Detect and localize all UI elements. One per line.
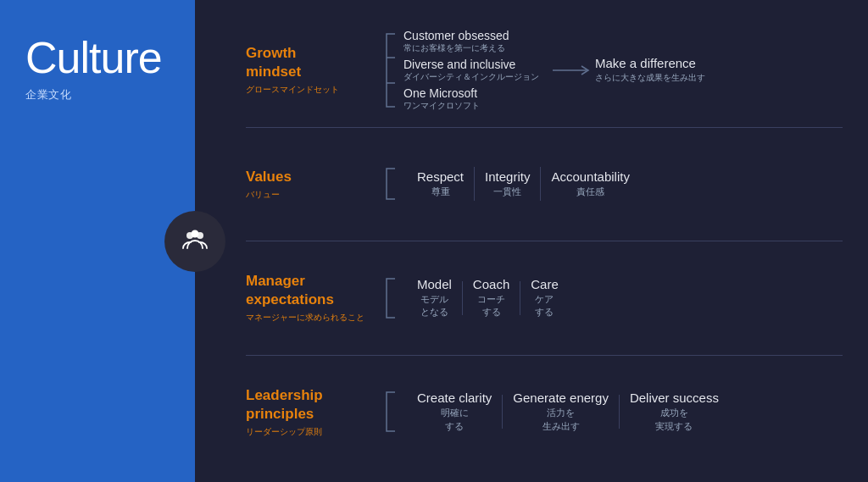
culture-icon-circle (164, 211, 225, 272)
sidebar: Culture 企業文化 (0, 0, 195, 482)
leadership-item-success: Deliver success 成功を 実現する (620, 391, 729, 433)
svg-point-2 (192, 230, 199, 237)
growth-item-diverse: Diverse and inclusive ダイバーシティ＆インクルージョン (403, 58, 539, 83)
growth-items: Customer obsessed 常にお客様を第一に考える Diverse a… (403, 29, 539, 112)
growth-section: Growthmindset グロースマインドセット Customer obses… (246, 14, 843, 127)
growth-bracket (381, 32, 397, 108)
leadership-subtitle: リーダーシップ原則 (246, 426, 381, 438)
values-item-accountability: Accountability 責任感 (541, 169, 640, 198)
manager-title: Managerexpectations (246, 272, 381, 309)
manager-label: Managerexpectations マネージャーに求められること (246, 272, 381, 324)
values-label: Values バリュー (246, 168, 381, 201)
main-content: Growthmindset グロースマインドセット Customer obses… (195, 0, 868, 482)
manager-section: Managerexpectations マネージャーに求められること Model… (246, 241, 843, 355)
manager-item-coach: Coach コーチ する (463, 277, 520, 319)
values-item-respect: Respect 尊重 (407, 169, 474, 198)
values-section: Values バリュー Respect 尊重 Integrity 一貫性 Acc… (246, 128, 843, 241)
growth-item-customer: Customer obsessed 常にお客様を第一に考える (403, 29, 539, 54)
leadership-label: Leadershipprinciples リーダーシップ原則 (246, 386, 381, 438)
leadership-item-energy: Generate energy 活力を 生み出す (503, 391, 619, 433)
sidebar-subtitle: 企業文化 (25, 87, 71, 102)
leadership-item-clarity: Create clarity 明確に する (407, 391, 502, 433)
growth-item-one-microsoft: One Microsoft ワンマイクロソフト (403, 86, 539, 112)
manager-item-model: Model モデル となる (407, 277, 462, 319)
growth-label: Growthmindset グロースマインドセット (246, 44, 381, 96)
growth-subtitle: グロースマインドセット (246, 84, 381, 96)
leadership-content: Create clarity 明確に する Generate energy 活力… (407, 391, 843, 433)
leadership-bracket (381, 391, 397, 433)
values-subtitle: バリュー (246, 189, 381, 201)
manager-item-care: Care ケア する (520, 277, 569, 319)
leadership-section: Leadershipprinciples リーダーシップ原則 Create cl… (246, 356, 843, 469)
make-difference: Make a difference さらに大きな成果を生み出す (595, 56, 705, 84)
leadership-title: Leadershipprinciples (246, 386, 381, 424)
values-item-integrity: Integrity 一貫性 (475, 169, 540, 198)
people-icon (178, 224, 212, 258)
values-content: Respect 尊重 Integrity 一貫性 Accountability … (407, 167, 843, 201)
manager-subtitle: マネージャーに求められること (246, 312, 381, 324)
values-bracket (381, 167, 397, 201)
sidebar-title: Culture (25, 34, 162, 82)
growth-title: Growthmindset (246, 44, 381, 81)
values-title: Values (246, 168, 381, 186)
manager-content: Model モデル となる Coach コーチ する Care ケア する (407, 277, 843, 319)
manager-bracket (381, 277, 397, 319)
growth-arrow (553, 62, 595, 79)
